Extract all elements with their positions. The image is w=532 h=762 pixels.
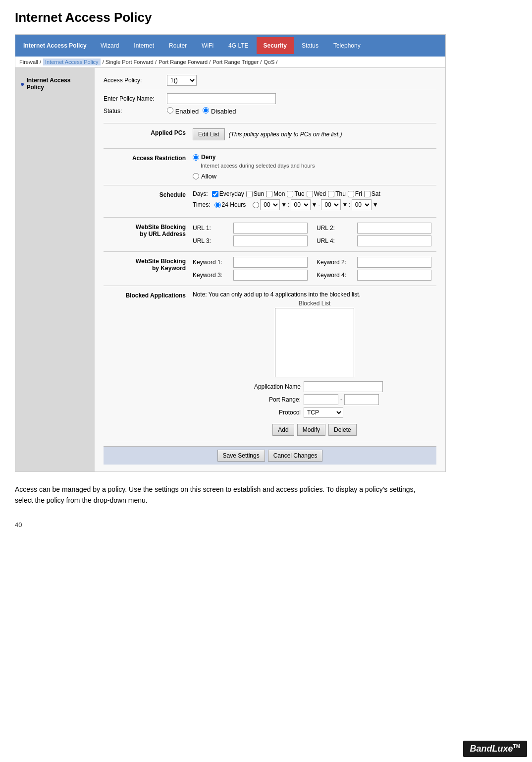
crumb-port-range[interactable]: Port Range Trigger / [213, 59, 262, 65]
sun-label[interactable]: Sun [246, 190, 264, 197]
tab-wifi[interactable]: WiFi [195, 37, 220, 54]
modify-button[interactable]: Modify [297, 424, 325, 436]
tab-security[interactable]: Security [257, 37, 294, 54]
allow-radio[interactable] [193, 173, 199, 179]
crumb-firewall[interactable]: Firewall / [19, 59, 41, 65]
status-row: Status: Enabled Disabled [104, 107, 436, 115]
crumb-sep1: / Single Port Forward / [103, 59, 157, 65]
tab-internet[interactable]: Internet [127, 37, 161, 54]
url-section-label: WebSite Blocking by URL Address [104, 223, 193, 237]
edit-list-button[interactable]: Edit List [193, 128, 225, 140]
crumb-internet-access-policy[interactable]: Internet Access Policy [43, 59, 101, 65]
start-min-select[interactable]: 00 [291, 199, 311, 210]
keyword3-input[interactable] [233, 270, 308, 281]
delete-button[interactable]: Delete [328, 424, 357, 436]
url4-input[interactable] [357, 235, 431, 246]
days-row: Days: Everyday Sun Mon Tue Wed Thu Fri S… [193, 190, 436, 197]
url3-label: URL 3: [193, 237, 229, 244]
sidebar-item-internet-access-policy[interactable]: ● Internet Access Policy [15, 73, 95, 95]
policy-name-input[interactable] [167, 93, 276, 104]
thu-label[interactable]: Thu [328, 190, 346, 197]
schedule-content: Days: Everyday Sun Mon Tue Wed Thu Fri S… [193, 190, 436, 212]
access-policy-select[interactable]: 1() [167, 75, 197, 86]
24hours-radio-label[interactable]: 24 Hours [214, 201, 246, 208]
url1-input[interactable] [233, 223, 308, 234]
save-settings-button[interactable]: Save Settings [217, 450, 265, 462]
protocol-select[interactable]: TCP [304, 407, 343, 418]
sidebar: ● Internet Access Policy [15, 68, 95, 471]
content-area: ● Internet Access Policy Access Policy: … [15, 68, 445, 471]
status-label: Status: [104, 108, 163, 115]
page-title: Internet Access Policy [15, 10, 517, 25]
mon-label[interactable]: Mon [266, 190, 285, 197]
url2-label: URL 2: [317, 225, 353, 232]
everyday-label[interactable]: Everyday [212, 190, 244, 197]
blocked-note: Note: You can only add up to 4 applicati… [193, 291, 436, 298]
tab-wizard[interactable]: Wizard [94, 37, 126, 54]
custom-time-radio[interactable] [253, 202, 259, 208]
keyword1-input[interactable] [233, 257, 308, 268]
tab-4glte[interactable]: 4G LTE [221, 37, 255, 54]
port-start-input[interactable] [304, 394, 338, 405]
tab-router[interactable]: Router [162, 37, 194, 54]
deny-radio[interactable] [193, 154, 199, 161]
end-hour-select[interactable]: 00 [321, 199, 341, 210]
sat-checkbox[interactable] [364, 191, 371, 197]
crumb-port-forward[interactable]: Port Range Forward / [159, 59, 211, 65]
keyword4-input[interactable] [357, 270, 431, 281]
keyword-blocking-row: WebSite Blocking by Keyword Keyword 1: K… [104, 257, 436, 286]
page-number: 40 [15, 521, 517, 528]
sat-label[interactable]: Sat [364, 190, 380, 197]
access-restriction-label: Access Restriction [104, 154, 193, 162]
tue-checkbox[interactable] [287, 191, 293, 197]
app-name-label: Application Name [246, 383, 301, 390]
tue-label[interactable]: Tue [287, 190, 304, 197]
start-hour-select[interactable]: 00 [260, 199, 280, 210]
deny-allow-group: Deny Internet access during selected day… [193, 154, 436, 180]
sun-checkbox[interactable] [246, 191, 253, 197]
url2-input[interactable] [357, 223, 431, 234]
cancel-changes-button[interactable]: Cancel Changes [268, 450, 323, 462]
url3-input[interactable] [233, 235, 308, 246]
thu-checkbox[interactable] [328, 191, 334, 197]
deny-radio-label[interactable]: Deny [193, 154, 436, 161]
tab-telephony[interactable]: Telephony [326, 37, 368, 54]
blocked-list-box [275, 308, 354, 377]
24hours-radio[interactable] [214, 202, 221, 208]
everyday-checkbox[interactable] [212, 191, 218, 197]
mon-checkbox[interactable] [266, 191, 272, 197]
keyword1-label: Keyword 1: [193, 259, 229, 266]
sidebar-label: Internet Access Policy [26, 77, 90, 91]
bottom-text: Access can be managed by a policy. Use t… [15, 484, 421, 506]
port-sep: - [340, 396, 342, 403]
app-name-input[interactable] [304, 381, 383, 392]
keyword2-input[interactable] [357, 257, 431, 268]
add-button[interactable]: Add [272, 424, 294, 436]
keyword3-label: Keyword 3: [193, 272, 229, 279]
end-min-select[interactable]: 00 [352, 199, 372, 210]
save-cancel-row: Save Settings Cancel Changes [104, 446, 436, 465]
blocked-apps-label: Blocked Applications [104, 291, 193, 299]
wed-checkbox[interactable] [307, 191, 313, 197]
main-form: Access Policy: 1() Enter Policy Name: St… [95, 68, 445, 471]
disabled-radio-label[interactable]: Disabled [203, 107, 236, 115]
keyword-section-label: WebSite Blocking by Keyword [104, 257, 193, 272]
enabled-radio-label[interactable]: Enabled [167, 107, 199, 115]
nav-bar: Internet Access Policy Wizard Internet R… [15, 35, 445, 57]
enabled-radio[interactable] [167, 107, 173, 114]
url-blocking-content: URL 1: URL 2: URL 3: URL 4: [193, 223, 436, 246]
port-range-label: Port Range: [246, 396, 301, 403]
wed-label[interactable]: Wed [307, 190, 326, 197]
tab-status[interactable]: Status [295, 37, 325, 54]
schedule-row: Schedule Days: Everyday Sun Mon Tue Wed … [104, 190, 436, 218]
disabled-radio[interactable] [203, 107, 209, 114]
protocol-label: Protocol [246, 409, 301, 416]
port-range-fields: - [304, 394, 383, 405]
fri-checkbox[interactable] [348, 191, 354, 197]
port-end-input[interactable] [344, 394, 379, 405]
keyword-blocking-content: Keyword 1: Keyword 2: Keyword 3: Keyword… [193, 257, 436, 281]
crumb-qos[interactable]: QoS / [264, 59, 277, 65]
access-note: Internet access during selected days and… [201, 163, 436, 169]
allow-radio-label[interactable]: Allow [193, 173, 436, 180]
fri-label[interactable]: Fri [348, 190, 362, 197]
